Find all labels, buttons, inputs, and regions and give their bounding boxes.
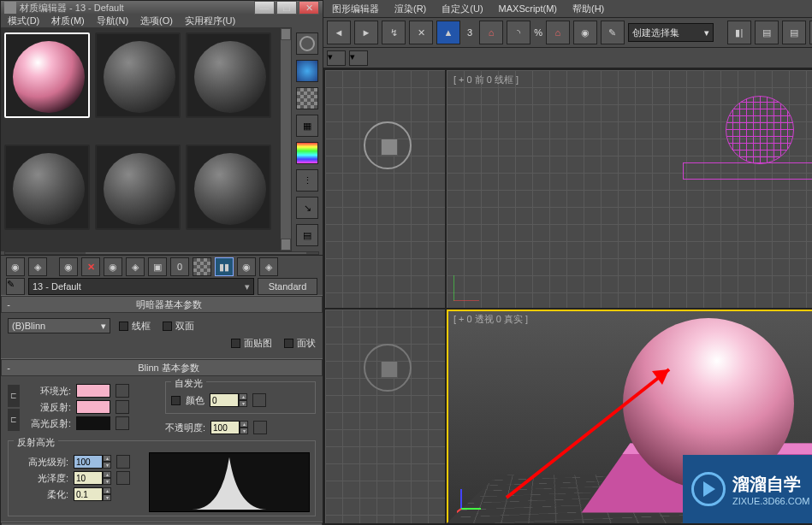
selfillum-value-input[interactable] bbox=[210, 393, 239, 407]
get-material-button[interactable]: ◉ bbox=[6, 257, 25, 276]
diffuse-specular-lock[interactable]: ⊏ bbox=[8, 409, 20, 431]
backlight-button[interactable] bbox=[296, 60, 318, 82]
sample-slot[interactable] bbox=[186, 32, 271, 118]
material-editor-titlebar[interactable]: 材质编辑器 - 13 - Default — ☐ ✕ bbox=[1, 1, 323, 15]
viewport-left[interactable] bbox=[325, 310, 445, 523]
shader-rollout-header[interactable]: - 明暗器基本参数 bbox=[1, 296, 323, 313]
toolbar2-button[interactable]: ▾ bbox=[349, 50, 368, 66]
ambient-map-button[interactable] bbox=[116, 384, 129, 398]
opacity-spinner[interactable]: ▴▾ bbox=[210, 421, 248, 434]
menu-options[interactable]: 选项(O) bbox=[140, 15, 173, 27]
opacity-map-button[interactable] bbox=[253, 421, 267, 434]
pick-material-button[interactable]: ✎ bbox=[6, 278, 25, 295]
edit-named-button[interactable]: ✎ bbox=[601, 21, 625, 44]
sample-slot[interactable] bbox=[95, 145, 181, 230]
percent-snap-button[interactable]: ⌂ bbox=[546, 21, 570, 44]
menu-grapheditor[interactable]: 图形编辑器 bbox=[332, 3, 379, 15]
wireframe-sphere[interactable] bbox=[726, 96, 794, 164]
ambient-diffuse-lock[interactable]: ⊏ bbox=[8, 385, 20, 407]
go-parent-button[interactable]: ◉ bbox=[237, 257, 256, 276]
viewport-label[interactable]: [ + 0 前 0 线框 ] bbox=[453, 74, 519, 86]
spinner-snap-button[interactable]: ◉ bbox=[573, 21, 597, 44]
options-button[interactable]: ⋮ bbox=[296, 169, 318, 192]
redo-button[interactable]: ► bbox=[354, 21, 378, 44]
speclevel-map-button[interactable] bbox=[116, 455, 130, 469]
material-id-button[interactable]: 0 bbox=[170, 257, 189, 276]
sample-slot[interactable] bbox=[4, 32, 90, 118]
assign-to-selection-button[interactable]: ◉ bbox=[59, 257, 78, 276]
selfillum-color-checkbox[interactable] bbox=[171, 396, 181, 405]
undo-button[interactable]: ◄ bbox=[327, 21, 351, 44]
scroll-right-arrow[interactable] bbox=[306, 252, 318, 254]
background-button[interactable] bbox=[296, 87, 318, 109]
show-end-result-button[interactable]: ▮▮ bbox=[215, 257, 234, 276]
link-button[interactable]: ↯ bbox=[382, 21, 406, 44]
sample-scroll-v[interactable] bbox=[280, 27, 292, 251]
select-by-material-button[interactable]: ↘ bbox=[296, 197, 318, 219]
mirror-button[interactable]: ▮| bbox=[727, 21, 751, 44]
maximize-button[interactable]: ☐ bbox=[276, 1, 297, 15]
shader-type-dropdown[interactable]: (B)Blinn bbox=[8, 318, 110, 333]
soften-spinner[interactable]: ▴▾ bbox=[74, 487, 111, 501]
material-type-button[interactable]: Standard bbox=[258, 278, 317, 295]
snap-toggle-button[interactable]: ⌂ bbox=[479, 21, 503, 44]
minimize-button[interactable]: — bbox=[254, 1, 275, 15]
menu-maxscript[interactable]: MAXScript(M) bbox=[499, 3, 557, 14]
diffuse-map-button[interactable] bbox=[116, 400, 129, 414]
video-color-button[interactable] bbox=[296, 142, 318, 164]
menu-material[interactable]: 材质(M) bbox=[51, 15, 85, 27]
menu-utilities[interactable]: 实用程序(U) bbox=[185, 15, 235, 27]
put-to-scene-button[interactable]: ◈ bbox=[28, 257, 47, 276]
viewport-perspective[interactable]: [ + 0 透视 0 真实 ] 溜溜自学 ZIXUE.3D66.COM bbox=[447, 310, 812, 523]
specular-map-button[interactable] bbox=[116, 416, 129, 430]
speclevel-input[interactable] bbox=[74, 455, 103, 469]
make-copy-button[interactable]: ◉ bbox=[104, 257, 122, 276]
faceted-checkbox[interactable] bbox=[284, 339, 293, 348]
go-sibling-button[interactable]: ◈ bbox=[259, 257, 278, 276]
speclevel-spinner[interactable]: ▴▾ bbox=[74, 455, 111, 469]
ambient-swatch[interactable] bbox=[76, 384, 110, 398]
twosided-checkbox[interactable] bbox=[163, 321, 172, 331]
sample-slot[interactable] bbox=[4, 145, 90, 230]
scroll-down-arrow[interactable] bbox=[281, 239, 291, 251]
material-map-navigator-button[interactable]: ▤ bbox=[296, 224, 318, 246]
make-unique-button[interactable]: ◈ bbox=[126, 257, 145, 276]
menu-mode[interactable]: 模式(D) bbox=[8, 15, 39, 27]
select-button[interactable]: ▲ bbox=[436, 21, 460, 44]
facemap-checkbox[interactable] bbox=[231, 339, 240, 348]
menu-customize[interactable]: 自定义(U) bbox=[442, 3, 483, 15]
material-name-dropdown[interactable]: 13 - Default bbox=[28, 278, 254, 295]
menu-help[interactable]: 帮助(H) bbox=[572, 3, 604, 15]
selfillum-spinner[interactable]: ▴▾ bbox=[210, 393, 247, 407]
viewport-top[interactable] bbox=[325, 70, 445, 308]
menu-render[interactable]: 渲染(R) bbox=[394, 3, 426, 15]
align-button[interactable]: ▤ bbox=[755, 21, 779, 44]
reset-button[interactable]: ✕ bbox=[81, 257, 100, 276]
menu-navigate[interactable]: 导航(N) bbox=[97, 15, 128, 27]
opacity-value-input[interactable] bbox=[210, 421, 240, 434]
diffuse-swatch[interactable] bbox=[76, 400, 110, 414]
viewport-front[interactable]: [ + 0 前 0 线框 ] bbox=[447, 70, 812, 308]
layers-button[interactable]: ▤ bbox=[782, 21, 806, 44]
put-to-library-button[interactable]: ▣ bbox=[148, 257, 167, 276]
blinn-rollout-header[interactable]: - Blinn 基本参数 bbox=[1, 359, 323, 376]
angle-snap-button[interactable]: ◝ bbox=[507, 21, 530, 44]
scroll-up-arrow[interactable] bbox=[281, 28, 291, 40]
close-button[interactable]: ✕ bbox=[299, 1, 319, 15]
gloss-spinner[interactable]: ▴▾ bbox=[74, 471, 111, 485]
viewport-object-gizmo[interactable] bbox=[364, 121, 412, 169]
soften-input[interactable] bbox=[74, 487, 103, 501]
viewport-object-gizmo[interactable] bbox=[364, 344, 412, 392]
sample-slot[interactable] bbox=[186, 145, 271, 230]
sample-type-button[interactable] bbox=[296, 32, 318, 55]
scroll-left-arrow[interactable] bbox=[5, 252, 17, 254]
sample-uv-button[interactable]: ▦ bbox=[296, 115, 318, 137]
sample-slot[interactable] bbox=[95, 32, 181, 118]
show-map-button[interactable] bbox=[193, 257, 211, 276]
wireframe-box[interactable] bbox=[683, 162, 812, 180]
gloss-input[interactable] bbox=[74, 471, 103, 485]
toolbar2-button[interactable]: ▾ bbox=[327, 50, 346, 66]
selfillum-map-button[interactable] bbox=[252, 393, 266, 407]
viewport-label[interactable]: [ + 0 透视 0 真实 ] bbox=[453, 313, 528, 326]
gloss-map-button[interactable] bbox=[116, 471, 130, 485]
